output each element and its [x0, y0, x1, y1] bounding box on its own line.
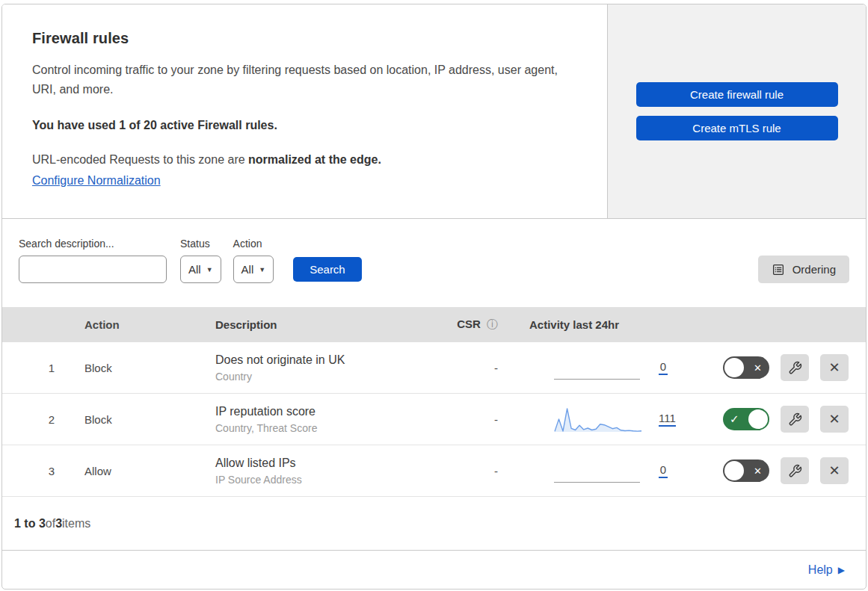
rule-description-cell: IP reputation score Country, Threat Scor… [200, 404, 421, 434]
table-row: 3 Allow Allow listed IPs IP Source Addre… [2, 445, 866, 497]
ordering-list-icon [772, 263, 785, 276]
toggle-off-x-icon: ✕ [754, 362, 762, 374]
rule-description-cell: Allow listed IPs IP Source Address [200, 456, 421, 486]
rule-action: Block [70, 413, 200, 426]
search-input-wrapper [19, 256, 167, 283]
close-icon: ✕ [828, 359, 840, 376]
activity-count-link[interactable]: 0 [659, 360, 668, 375]
help-link[interactable]: Help ▶ [808, 563, 845, 577]
rule-description: IP reputation score [215, 404, 421, 420]
delete-rule-button[interactable]: ✕ [820, 406, 849, 433]
firewall-rules-card: Firewall rules Control incoming traffic … [1, 4, 867, 590]
wrench-icon [788, 412, 802, 427]
create-mtls-rule-button[interactable]: Create mTLS rule [636, 116, 838, 140]
status-label: Status [180, 238, 221, 250]
ordering-button-label: Ordering [792, 263, 836, 276]
usage-summary: You have used 1 of 20 active Firewall ru… [32, 119, 577, 132]
column-header-activity: Activity last 24hr [511, 318, 709, 331]
filter-bar: Search description... Status All ▼ Actio… [2, 219, 866, 307]
close-icon: ✕ [828, 462, 840, 479]
pagination-range: 1 to 3 [14, 517, 46, 530]
action-label: Action [233, 238, 274, 250]
page-description: Control incoming traffic to your zone by… [32, 61, 574, 99]
search-input[interactable] [33, 263, 182, 276]
rule-activity-cell: 0 [511, 456, 709, 486]
edit-rule-button[interactable] [781, 457, 809, 484]
rule-action: Allow [70, 465, 200, 477]
delete-rule-button[interactable]: ✕ [820, 457, 849, 484]
close-icon: ✕ [828, 411, 840, 427]
search-button[interactable]: Search [293, 257, 362, 282]
rule-enabled-toggle[interactable]: ✕ [723, 356, 769, 379]
rule-enabled-toggle[interactable]: ✕ [723, 460, 769, 482]
rule-activity-cell: 111 [511, 404, 709, 434]
rule-priority: 3 [2, 465, 70, 477]
edit-rule-button[interactable] [781, 354, 809, 381]
activity-sparkline-flat [554, 353, 642, 383]
activity-sparkline-flat [554, 456, 642, 486]
chevron-down-icon: ▼ [206, 266, 213, 273]
rule-csr: - [421, 413, 511, 426]
help-strip: Help ▶ [2, 551, 866, 589]
toggle-on-check-icon: ✓ [730, 412, 739, 426]
rule-description: Allow listed IPs [215, 456, 421, 471]
rule-action: Block [70, 362, 200, 374]
table-header: Action Description CSR ⓘ Activity last 2… [2, 307, 866, 342]
toggle-off-x-icon: ✕ [754, 465, 762, 477]
page-title: Firewall rules [32, 30, 577, 47]
rule-description: Does not originate in UK [215, 353, 421, 368]
header-section: Firewall rules Control incoming traffic … [2, 4, 866, 219]
arrow-right-icon: ▶ [838, 565, 845, 575]
activity-count-link[interactable]: 0 [659, 463, 668, 478]
action-dropdown[interactable]: All ▼ [233, 256, 274, 283]
search-label: Search description... [19, 238, 167, 250]
rule-priority: 2 [2, 413, 70, 426]
rule-fields: IP Source Address [215, 474, 421, 486]
pagination-total: 3 [55, 517, 62, 530]
column-header-csr: CSR ⓘ [421, 318, 511, 332]
rule-controls: ✓ ✕ [709, 406, 866, 433]
normalization-line: URL-encoded Requests to this zone are no… [32, 153, 577, 167]
table-row: 2 Block IP reputation score Country, Thr… [2, 394, 866, 445]
action-dropdown-value: All [241, 263, 254, 276]
edit-rule-button[interactable] [781, 406, 809, 433]
column-header-action: Action [70, 318, 200, 331]
rule-activity-cell: 0 [511, 353, 709, 383]
status-dropdown[interactable]: All ▼ [180, 256, 221, 283]
rule-fields: Country [215, 371, 421, 383]
rule-description-cell: Does not originate in UK Country [200, 353, 421, 383]
normalization-bold: normalized at the edge. [248, 153, 381, 166]
rule-controls: ✕ ✕ [709, 457, 866, 484]
rule-fields: Country, Threat Score [215, 422, 421, 434]
activity-count-link[interactable]: 111 [659, 412, 676, 427]
rule-csr: - [421, 362, 511, 374]
delete-rule-button[interactable]: ✕ [820, 354, 849, 381]
wrench-icon [788, 361, 802, 375]
rule-csr: - [421, 465, 511, 477]
column-header-description: Description [200, 318, 421, 331]
rule-priority: 1 [2, 362, 70, 374]
header-text-area: Firewall rules Control incoming traffic … [2, 4, 608, 218]
ordering-button[interactable]: Ordering [758, 256, 849, 283]
pagination-summary: 1 to 3 of 3 items [2, 497, 866, 551]
chevron-down-icon: ▼ [259, 266, 265, 273]
rule-enabled-toggle[interactable]: ✓ [723, 408, 769, 430]
header-actions-panel: Create firewall rule Create mTLS rule [608, 4, 866, 218]
create-firewall-rule-button[interactable]: Create firewall rule [636, 82, 838, 107]
rule-controls: ✕ ✕ [709, 354, 866, 381]
help-link-label: Help [808, 563, 833, 577]
configure-normalization-link[interactable]: Configure Normalization [32, 174, 161, 187]
info-icon[interactable]: ⓘ [487, 318, 498, 330]
wrench-icon [788, 464, 802, 478]
table-row: 1 Block Does not originate in UK Country… [2, 342, 866, 394]
status-dropdown-value: All [188, 263, 201, 276]
activity-sparkline [554, 404, 642, 434]
